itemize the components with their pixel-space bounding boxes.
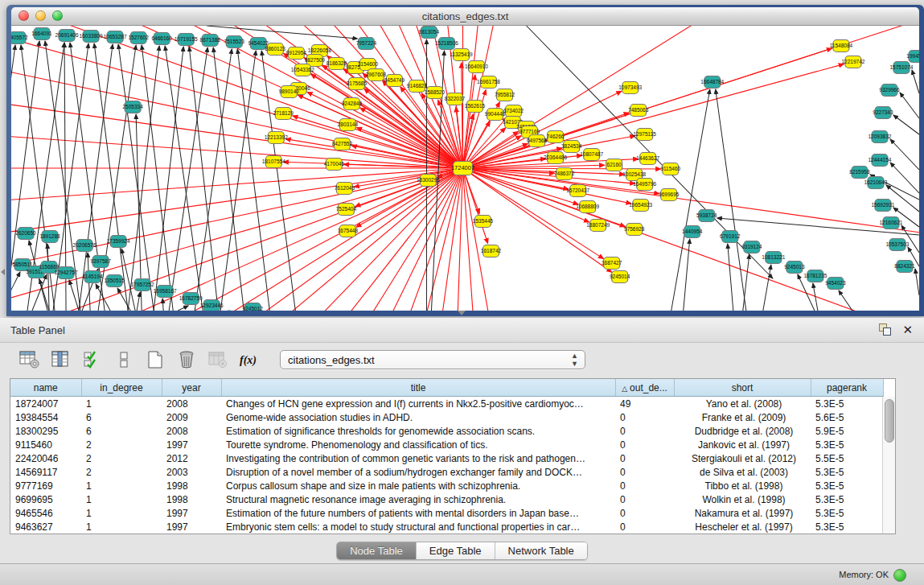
network-node[interactable]: 62160 xyxy=(606,159,622,171)
table-row[interactable]: 1830029562008Estimation of significance … xyxy=(10,424,883,438)
network-node[interactable]: 20691406 xyxy=(55,30,79,42)
table-cell[interactable]: 9465546 xyxy=(10,506,81,520)
network-node[interactable]: 9242848 xyxy=(342,98,363,110)
column-header-title[interactable]: title xyxy=(221,379,615,397)
network-node[interactable]: 8912954 xyxy=(286,47,307,60)
network-node[interactable]: 10973493 xyxy=(618,82,642,94)
node-table[interactable]: namein_degreeyeartitle△out_de...shortpag… xyxy=(10,379,884,534)
tab-network-table[interactable]: Network Table xyxy=(495,542,587,559)
table-cell[interactable]: 9463627 xyxy=(10,520,81,534)
network-node[interactable]: 9904448 xyxy=(485,109,506,121)
network-node[interactable]: 2620650 xyxy=(15,228,36,240)
network-node[interactable]: 6497568 xyxy=(527,135,548,147)
network-node[interactable]: 16958167 xyxy=(154,286,177,298)
network-node[interactable]: 16495796 xyxy=(633,179,656,191)
table-cell[interactable]: 1 xyxy=(81,506,162,520)
window-titlebar[interactable]: citations_edges.txt xyxy=(11,7,919,26)
table-cell[interactable]: Dudbridge et al. (2008) xyxy=(674,424,811,438)
table-cell[interactable]: 1997 xyxy=(162,506,221,520)
network-node[interactable]: 3824534 xyxy=(561,141,582,153)
table-cell[interactable]: 5.5E-5 xyxy=(811,451,883,465)
table-cell[interactable]: 0 xyxy=(615,479,674,492)
table-cell[interactable]: 1997 xyxy=(162,438,221,451)
column-header-in_degree[interactable]: in_degree xyxy=(81,379,162,397)
table-cell[interactable]: 1 xyxy=(81,492,162,506)
network-node[interactable]: 746266 xyxy=(547,131,565,143)
network-node[interactable]: 12444154 xyxy=(868,154,891,167)
table-cell[interactable]: 2008 xyxy=(162,424,221,438)
table-row[interactable]: 1938455462009Genome-wide association stu… xyxy=(10,410,883,424)
network-node[interactable]: 1891288 xyxy=(39,231,60,243)
network-node[interactable]: 3175685 xyxy=(347,78,368,90)
network-node[interactable]: 9227343 xyxy=(873,107,893,119)
network-node[interactable]: 12942757 xyxy=(55,267,78,279)
table-cell[interactable]: Yano et al. (2008) xyxy=(674,397,811,411)
network-node[interactable]: 4170046 xyxy=(324,159,345,171)
network-node[interactable]: 16781235 xyxy=(803,270,827,282)
network-node[interactable]: 1994556 xyxy=(906,51,919,63)
column-header-year[interactable]: year xyxy=(162,379,221,397)
table-cell[interactable]: 1997 xyxy=(162,520,221,534)
network-node[interactable]: 6734022 xyxy=(503,105,524,117)
network-canvas[interactable]: 2405572166409120691406160338091065328715… xyxy=(11,26,919,311)
network-node[interactable]: 10537503 xyxy=(886,239,910,251)
network-node[interactable]: 20364486 xyxy=(544,152,567,164)
network-node[interactable]: 17359924 xyxy=(107,236,130,248)
network-node[interactable]: 8454749 xyxy=(384,75,405,87)
network-node[interactable]: 20206576 xyxy=(73,240,97,252)
table-row[interactable]: 911546021997Tourette syndrome. Phenomeno… xyxy=(10,438,883,451)
network-node[interactable]: 1618742 xyxy=(481,245,502,257)
network-node[interactable]: 8186328 xyxy=(326,58,347,70)
function-builder-icon[interactable]: f(x) xyxy=(237,348,261,371)
panel-splitter[interactable] xyxy=(458,311,466,315)
network-node[interactable]: 2967608 xyxy=(366,69,387,81)
close-panel-icon[interactable]: ✕ xyxy=(902,323,913,336)
network-node[interactable]: 10807487 xyxy=(580,149,603,161)
table-cell[interactable]: 18300295 xyxy=(10,424,81,438)
table-cell[interactable]: Wolkin et al. (1998) xyxy=(674,492,811,506)
network-node[interactable]: 2718129 xyxy=(273,108,294,120)
column-header-pagerank[interactable]: pagerank xyxy=(811,379,883,397)
network-node[interactable]: 9699695 xyxy=(659,189,680,201)
network-node[interactable]: 1440954 xyxy=(682,226,703,238)
network-node[interactable]: 7957224 xyxy=(356,38,377,50)
table-cell[interactable]: Estimation of the future numbers of pati… xyxy=(221,506,615,520)
table-cell[interactable]: 5.3E-5 xyxy=(811,465,883,479)
network-node[interactable]: 9245013 xyxy=(784,262,805,274)
network-node[interactable]: 7612045 xyxy=(335,183,355,195)
table-cell[interactable]: Corpus callosum shape and size in male p… xyxy=(221,479,615,492)
table-cell[interactable]: Changes of HCN gene expression and I(f) … xyxy=(221,397,615,411)
network-node[interactable]: 18807249 xyxy=(586,220,610,232)
show-columns-icon[interactable] xyxy=(49,348,73,371)
network-node[interactable]: 2803144 xyxy=(338,119,359,131)
table-cell[interactable]: 19384554 xyxy=(10,410,81,424)
network-node[interactable]: 1527602 xyxy=(128,32,149,44)
table-cell[interactable]: 0 xyxy=(615,451,674,465)
delete-column-icon[interactable] xyxy=(175,348,199,371)
network-node[interactable]: 9756928 xyxy=(624,224,645,236)
network-node[interactable]: 7525404 xyxy=(336,204,357,216)
network-node[interactable]: 12093832 xyxy=(868,131,891,143)
network-node[interactable]: 12219742 xyxy=(841,56,864,68)
column-header-name[interactable]: name xyxy=(10,379,81,397)
network-node[interactable]: 1145194 xyxy=(83,271,103,283)
network-node[interactable]: 7515523 xyxy=(224,36,245,48)
table-cell[interactable]: 5.3E-5 xyxy=(811,397,883,411)
network-node[interactable]: 16961758 xyxy=(477,76,500,89)
network-node[interactable]: 6466160 xyxy=(152,33,173,45)
table-cell[interactable]: 18724007 xyxy=(10,397,81,411)
tab-node-table[interactable]: Node Table xyxy=(337,542,417,559)
table-cell[interactable]: Structural magnetic resonance image aver… xyxy=(221,492,615,506)
table-cell[interactable]: 0 xyxy=(615,438,674,451)
network-node[interactable]: 9329966 xyxy=(879,84,900,97)
table-cell[interactable]: 2009 xyxy=(162,410,221,424)
table-cell[interactable]: Disruption of a novel member of a sodium… xyxy=(221,465,615,479)
table-scrollbar-thumb[interactable] xyxy=(885,399,894,443)
network-node[interactable]: 1675448 xyxy=(338,225,359,237)
network-node[interactable]: 11325419 xyxy=(450,49,473,61)
network-node[interactable]: 2405572 xyxy=(11,32,28,44)
table-selector-dropdown[interactable]: citations_edges.txt▲▼ xyxy=(280,350,585,369)
table-cell[interactable]: 9699695 xyxy=(10,492,81,506)
table-cell[interactable]: 6 xyxy=(81,410,162,424)
network-node[interactable]: 9245014 xyxy=(610,271,630,283)
